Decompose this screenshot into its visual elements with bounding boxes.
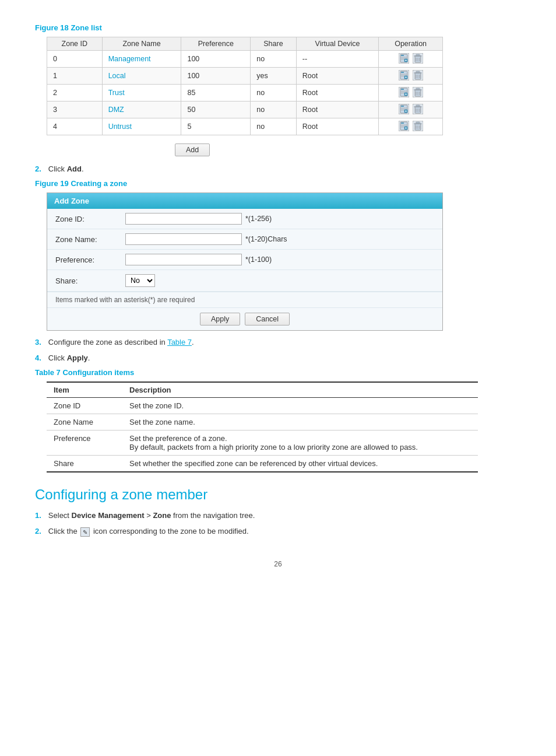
edit-zone-icon[interactable]	[398, 103, 410, 115]
preference-input[interactable]	[125, 254, 242, 265]
zone-name-input[interactable]	[125, 233, 242, 245]
col-header-operation: Operation	[379, 37, 443, 51]
zm-step1-bold: Device Management	[72, 511, 145, 520]
operation-cell	[379, 118, 443, 135]
svg-rect-50	[401, 106, 404, 107]
preference-cell: 50	[181, 102, 251, 118]
share-label: Share:	[55, 276, 125, 285]
op-icons	[398, 69, 424, 81]
config-item-cell: Zone ID	[47, 398, 122, 414]
form-actions: Apply Cancel	[47, 307, 442, 330]
preference-cell: 5	[181, 118, 251, 135]
table-row: 0Management100no--	[47, 51, 443, 68]
share-select[interactable]: No Yes	[125, 274, 155, 287]
table7-section: Table 7 Configuration items Item Descrip…	[35, 368, 521, 473]
edit-zone-icon[interactable]	[398, 86, 410, 98]
zone-name-cell[interactable]: Local	[102, 68, 181, 85]
svg-rect-34	[401, 89, 404, 90]
col-header-zone-id: Zone ID	[47, 37, 103, 51]
step2-period: .	[82, 164, 84, 173]
step4-num: 4.	[35, 354, 41, 362]
config-col-item: Item	[47, 382, 122, 398]
table-row: PreferenceSet the preference of a zone.B…	[47, 430, 478, 456]
step2-instruction: 2.Click Add.	[35, 164, 521, 173]
step3-instruction: 3.Configure the zone as described in Tab…	[35, 338, 521, 346]
zone-id-input[interactable]	[125, 213, 242, 225]
form-body: Zone ID: *(1-256) Zone Name: *(1-20)Char…	[47, 209, 442, 330]
operation-cell	[379, 68, 443, 85]
zone-name-cell[interactable]: Trust	[102, 85, 181, 102]
zone-name-cell[interactable]: DMZ	[102, 102, 181, 118]
col-header-share: Share	[251, 37, 297, 51]
figure18-label: Figure 18 Zone list	[35, 23, 521, 32]
form-row-preference: Preference: *(1-100)	[47, 250, 442, 270]
svg-rect-79	[416, 122, 420, 124]
apply-button[interactable]: Apply	[200, 313, 240, 326]
preference-label: Preference:	[55, 256, 125, 264]
step4-bold: Apply	[67, 354, 88, 362]
op-icons	[398, 103, 424, 115]
figure19-label: Figure 19 Creating a zone	[35, 179, 521, 188]
edit-zone-icon[interactable]	[398, 120, 410, 132]
add-button-wrap: Add	[175, 144, 521, 156]
share-cell: no	[251, 102, 297, 118]
delete-zone-icon[interactable]	[412, 120, 424, 132]
zone-name-hint: *(1-20)Chars	[245, 235, 287, 243]
zone-list-table: Zone ID Zone Name Preference Share Virtu…	[47, 37, 443, 135]
step2-text: Click	[48, 164, 67, 173]
preference-hint: *(1-100)	[245, 256, 272, 264]
operation-cell	[379, 102, 443, 118]
step4-period: .	[88, 354, 90, 362]
zone-id-cell: 4	[47, 118, 103, 135]
step3-link[interactable]: Table 7	[167, 338, 192, 346]
col-header-preference: Preference	[181, 37, 251, 51]
config-desc-cell: Set the zone name.	[122, 414, 478, 430]
delete-zone-icon[interactable]	[412, 86, 424, 98]
step3-num: 3.	[35, 338, 41, 346]
add-zone-button[interactable]: Add	[175, 144, 210, 156]
operation-cell	[379, 51, 443, 68]
svg-rect-63	[416, 105, 420, 107]
edit-zone-icon[interactable]	[398, 69, 410, 81]
section-heading: Configuring a zone member	[35, 487, 521, 503]
svg-rect-47	[416, 88, 420, 90]
op-icons	[398, 86, 424, 98]
virtual-device-cell: Root	[296, 68, 378, 85]
config-table: Item Description Zone IDSet the zone ID.…	[47, 382, 478, 473]
zone-name-cell[interactable]: Management	[102, 51, 181, 68]
form-header: Add Zone	[47, 193, 442, 209]
delete-zone-icon[interactable]	[412, 69, 424, 81]
edit-zone-icon[interactable]	[398, 52, 410, 64]
svg-rect-2	[401, 55, 404, 56]
cancel-button[interactable]: Cancel	[245, 313, 290, 326]
delete-zone-icon[interactable]	[412, 103, 424, 115]
form-row-zone-id: Zone ID: *(1-256)	[47, 209, 442, 229]
zone-name-cell[interactable]: Untrust	[102, 118, 181, 135]
col-header-virtual-device: Virtual Device	[296, 37, 378, 51]
step2-bold: Add	[67, 164, 82, 173]
desc-line1: Set the preference of a zone.	[129, 434, 227, 443]
svg-rect-31	[416, 71, 420, 73]
preference-cell: 100	[181, 68, 251, 85]
figure18-section: Figure 18 Zone list Zone ID Zone Name Pr…	[35, 23, 521, 156]
preference-cell: 100	[181, 51, 251, 68]
table-row: 4Untrust5noRoot	[47, 118, 443, 135]
zone-id-label: Zone ID:	[55, 215, 125, 223]
add-zone-form: Add Zone Zone ID: *(1-256) Zone Name: *(…	[47, 192, 443, 331]
zm-step1-num: 1.	[35, 511, 41, 520]
delete-zone-icon[interactable]	[412, 52, 424, 64]
op-icons	[398, 52, 424, 64]
zone-member-step2: 2.Click the ✎ icon corresponding to the …	[35, 527, 521, 537]
op-icons	[398, 120, 424, 132]
zm-step2-text: Click the	[48, 527, 79, 536]
zone-id-cell: 0	[47, 51, 103, 68]
config-item-cell: Preference	[47, 430, 122, 456]
figure19-section: Figure 19 Creating a zone Add Zone Zone …	[35, 179, 521, 331]
svg-rect-66	[401, 123, 404, 124]
zone-name-label: Zone Name:	[55, 235, 125, 244]
config-col-desc: Description	[122, 382, 478, 398]
table-row: Zone IDSet the zone ID.	[47, 398, 478, 414]
edit-icon: ✎	[80, 527, 90, 537]
zone-member-steps: 1.Select Device Management > Zone from t…	[35, 511, 521, 537]
share-cell: no	[251, 51, 297, 68]
